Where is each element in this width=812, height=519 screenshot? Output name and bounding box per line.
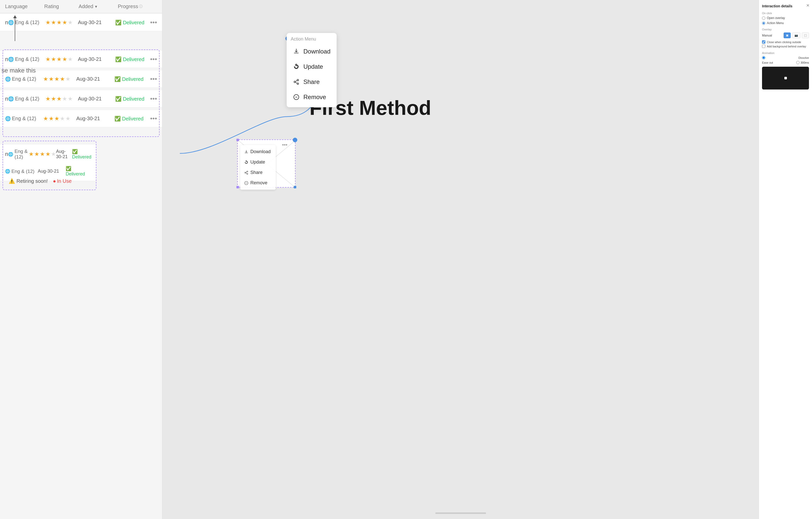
svg-point-8 [245, 172, 246, 173]
small-menu-download[interactable]: Download [240, 147, 276, 157]
header-rating: Rating [45, 4, 79, 9]
header-added: Added ▼ [79, 4, 118, 9]
close-clicking-outside[interactable]: Close when clicking outside [762, 40, 809, 43]
small-menu-share[interactable]: Share [240, 167, 276, 178]
menu-item-share[interactable]: Share [287, 74, 337, 90]
share-icon [293, 78, 300, 86]
menu-item-update[interactable]: Update [287, 59, 337, 74]
canvas-area: Action Menu Download Update [162, 0, 759, 519]
svg-line-11 [246, 172, 247, 173]
table-row: n 🌐 Eng & (12) ★★★★★ Aug-30-21 ✅ Deliver… [0, 14, 162, 31]
trigger-label: On click [762, 12, 809, 15]
right-panel: Interaction details ✕ On click Open over… [759, 0, 812, 519]
svg-point-2 [297, 83, 298, 85]
svg-point-7 [247, 171, 248, 172]
trigger-dot-small[interactable] [293, 138, 297, 142]
radio-open-overlay[interactable]: Open overlay [762, 16, 809, 20]
overlay-option-2[interactable]: 📷 [792, 32, 800, 38]
panel-title: Interaction details [762, 4, 809, 8]
manual-label: Manual [762, 34, 772, 37]
small-menu-update[interactable]: Update [240, 157, 276, 167]
animation-section: Animation Dissolve Ease out 300ms [762, 52, 809, 64]
svg-point-9 [247, 173, 248, 174]
svg-point-1 [294, 81, 295, 83]
svg-line-4 [295, 81, 297, 82]
row-menu[interactable]: ••• [148, 19, 157, 26]
overlay-section-label: Overlay [762, 28, 809, 31]
animation-label: Animation [762, 52, 809, 55]
header-language: Language [5, 4, 45, 9]
svg-line-3 [295, 83, 297, 84]
action-menu-small: Download Update Share Remove [240, 145, 276, 190]
svg-line-10 [246, 173, 247, 174]
row-added: Aug-30-21 [78, 20, 115, 25]
dissolve-row[interactable]: Dissolve [762, 56, 809, 59]
small-menu-remove[interactable]: Remove [240, 178, 276, 188]
preview-dot [784, 77, 787, 79]
selection-box-1 [3, 50, 160, 137]
left-panel: Language Rating Added ▼ Progress ⓘ se ma… [0, 0, 162, 519]
download-icon [293, 48, 300, 55]
side-text: se make this [0, 66, 37, 75]
close-button[interactable]: ✕ [806, 3, 809, 8]
overlay-option-1[interactable]: ▣ [784, 32, 791, 38]
add-background[interactable]: Add background behind overlay [762, 44, 809, 48]
remove-icon [293, 94, 300, 101]
radio-action-menu[interactable]: Action Menu [762, 21, 809, 25]
component-box: ••• Download Update Share Remove [237, 140, 295, 188]
action-menu-popup: Action Menu Download Update [287, 33, 337, 107]
svg-point-0 [297, 79, 298, 81]
header-progress: Progress ⓘ [118, 4, 157, 9]
animation-preview [762, 67, 809, 90]
arrow-indicator [13, 15, 17, 41]
menu-item-download[interactable]: Download [287, 44, 337, 59]
table-header: Language Rating Added ▼ Progress ⓘ [0, 0, 162, 13]
row-status: ✅ Delivered [115, 20, 148, 26]
menu-item-remove[interactable]: Remove [287, 90, 337, 105]
horizontal-scrollbar[interactable] [435, 512, 486, 514]
overlay-option-3[interactable]: ⬚ [802, 32, 809, 38]
action-menu-label: Action Menu [287, 35, 337, 44]
duration-radio[interactable] [796, 61, 800, 64]
row-rating: ★★★★★ [46, 19, 78, 26]
row-name: n [5, 19, 8, 26]
selection-box-2 [3, 141, 96, 190]
ease-out-row[interactable]: Ease out [762, 61, 794, 64]
update-icon [293, 63, 300, 70]
connector-line [162, 0, 759, 519]
